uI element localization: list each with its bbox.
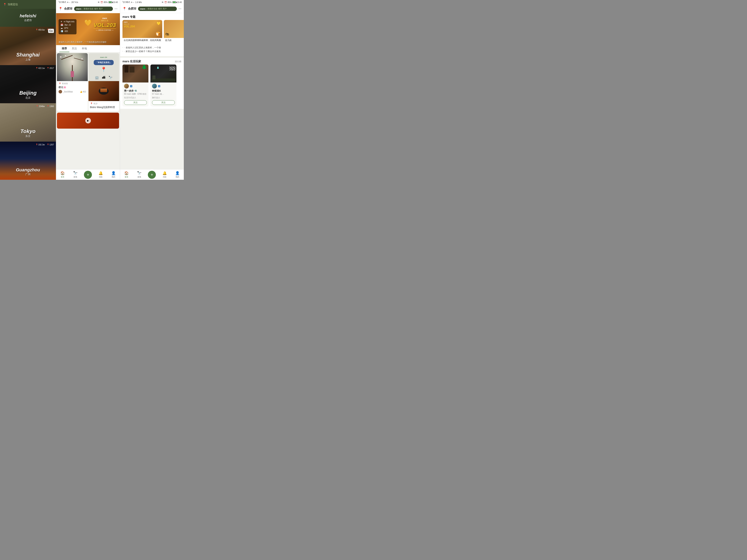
- nav-plus-wrapper-3: +: [146, 171, 158, 179]
- vol-name-2: — ORAN COFFEE —: [94, 28, 116, 31]
- battery-label-2: 85%: [104, 1, 108, 3]
- satellite-icon: 🔭: [108, 76, 112, 79]
- play-button[interactable]: ▶: [85, 118, 91, 124]
- beijing-name-en: Beijing: [19, 90, 37, 96]
- shanghai-name-zh: 上海: [16, 58, 40, 61]
- bell-icon-2: 🔔: [99, 171, 103, 175]
- follow-button-1[interactable]: 关注: [124, 100, 147, 105]
- beijing-name-zh: 北京: [19, 96, 37, 100]
- nav-profile-2[interactable]: 👤 我的: [107, 171, 120, 178]
- player-name-2: 钟笑笑K: [152, 89, 175, 93]
- bell-icon-3: 🔔: [162, 171, 167, 175]
- player-card-1[interactable]: 🌲 V 秀一赤井 🛸 60 mars 城事 · 6786 粉丝 生活方式达人 关…: [123, 64, 149, 106]
- topic-card-1[interactable]: mars 编辑之选 VOL.204 🍞 💛 台北来的甜师傅和咸师傅，在杭州凤凰: [123, 20, 162, 43]
- location-label-2: 合肥市: [64, 7, 73, 10]
- topic-img-2: 这几款 🛍: [164, 20, 184, 38]
- tab-local[interactable]: 本地: [79, 45, 89, 52]
- topic-body-1: 台北来的甜师傅和咸师傅，在杭州凤凰: [123, 38, 162, 43]
- player-avatar-1: [124, 84, 129, 88]
- nav-discover-2[interactable]: 🔭 发现: [69, 171, 82, 178]
- shanghai-name-en: Shanghai: [16, 52, 40, 58]
- tab-recommend[interactable]: 推荐: [59, 45, 69, 52]
- vol-sub-2: 编辑之选: [94, 19, 116, 22]
- follow-button-2[interactable]: 关注: [152, 100, 175, 105]
- nav-messages-2[interactable]: 🔔 消息: [94, 171, 107, 178]
- time-label-3: 10:40: [177, 1, 182, 3]
- city-shanghai[interactable]: 📍459.6w 📍2316 Co Shanghai 上海: [0, 27, 56, 65]
- feed-card-cherry[interactable]: 📍 常州市 樱花🌸 _5dc008ab 👍 463: [57, 53, 88, 111]
- ranking-button[interactable]: 排行榜: [175, 60, 181, 63]
- city-hefeishi[interactable]: hefeishi 合肥市: [0, 9, 56, 27]
- cherry-card-body: 📍 常州市 樱花🌸 _5dc008ab 👍 463: [57, 81, 88, 95]
- topic-card-2[interactable]: 这几款 🛍 这几款: [164, 20, 184, 43]
- city-beijing[interactable]: 📍422.1w 📍2017 Beijing 北京: [0, 65, 56, 103]
- header-more-3[interactable]: ···: [178, 7, 181, 11]
- cherry-title: 樱花🌸: [58, 86, 86, 89]
- guangzhou-name-zh: 广州: [16, 172, 40, 176]
- nav-messages-3[interactable]: 🔔 消息: [158, 171, 171, 178]
- topic-bullets: · 老福州人记忆里的上海新村，一个徜 · 家里总是少一把椅子？两位中古家具: [120, 45, 184, 56]
- discover-icon-3: 🔭: [137, 171, 141, 175]
- guangzhou-names: Guangzhou 广州: [16, 167, 40, 180]
- food-location: 📍 长沙: [90, 102, 118, 105]
- player-stats-1: 60 mars 城事 · 6786 粉丝: [124, 93, 147, 96]
- player-body-1: V 秀一赤井 🛸 60 mars 城事 · 6786 粉丝 生活方式达人 关注: [123, 82, 149, 106]
- status-right-2: 👁 ⏰ 85% 10:40: [98, 1, 118, 3]
- panel3-feed[interactable]: mars 专题 mars 编辑之选 VOL.204 🍞 💛 台北来的甜师傅和咸师…: [120, 13, 184, 169]
- pin-icon-bj1: 📍: [35, 67, 38, 69]
- players-scroll[interactable]: 🌲 V 秀一赤井 🛸 60 mars 城事 · 6786 粉丝 生活方式达人 关…: [120, 64, 184, 109]
- header-more-2[interactable]: ···: [114, 7, 118, 11]
- signal-icon-3: ✈→: [131, 1, 134, 3]
- map-pin-large-icon: 📍: [101, 67, 107, 72]
- panel-app-3: 飞行模式 ✈→ 1.6 M/s 👁 ⏰ 85% 10:40 📍 合肥市 mars…: [120, 0, 184, 180]
- player-card-2[interactable]: 🧴 V 钟笑笑K 57 mars 城… 旅行达人 关注: [150, 64, 176, 106]
- location-pin-icon-3: 📍: [123, 7, 126, 10]
- pin-icon-bj2: 📍: [47, 67, 49, 69]
- tab-follow[interactable]: 关注: [69, 45, 79, 52]
- home-icon-2: 🏠: [60, 171, 65, 175]
- food-mini-img: [88, 81, 119, 101]
- nav-profile-3[interactable]: 👤 我的: [171, 171, 184, 178]
- flight-temp: 19℃: [64, 27, 68, 29]
- mars-search-bar-3[interactable]: mars | 搜索好去处 城市 用户: [138, 7, 177, 11]
- nav-plus-button-2[interactable]: +: [84, 171, 92, 179]
- battery-label-3: 85%: [168, 1, 172, 3]
- feed-card-mars24[interactable]: mars 24· 「本地正在发生」 📍 🏢 🏙 🔭: [88, 53, 119, 111]
- alarm-icon-2: ⏰: [101, 1, 103, 3]
- user-icon-2: 👤: [111, 171, 116, 175]
- vol-brand-t1: mars: [124, 21, 127, 23]
- feed-scroll-2[interactable]: 📍 常州市 樱花🌸 _5dc008ab 👍 463: [56, 52, 120, 169]
- status-right-3: 👁 ⏰ 85% 10:40: [162, 1, 182, 3]
- plane-icon: ✈: [60, 20, 62, 23]
- city-tokyo[interactable]: 📍2346w 📍1360 Tokyo 东京: [0, 103, 56, 141]
- cloud-icon: ☁: [60, 27, 63, 29]
- nav-profile-label-2: 我的: [112, 176, 115, 178]
- cherry-avatar: [58, 90, 62, 94]
- guangzhou-stats: 📍192.3w 📍1267: [35, 143, 54, 146]
- tabs-bar-2: 推荐 关注 本地: [56, 45, 120, 52]
- player-stats-2: 57 mars 城…: [152, 93, 175, 96]
- calendar-icon: 📅: [60, 24, 63, 26]
- city-guangzhou[interactable]: 📍192.3w 📍1267 Guangzhou 广州: [0, 141, 56, 180]
- nav-plus-button-3[interactable]: +: [148, 171, 156, 179]
- alarm-icon-3: ⏰: [164, 1, 167, 3]
- vol-brand-2: mars: [94, 17, 116, 19]
- mars-search-bar-2[interactable]: mars | 搜索好去处 城市 用户: [74, 7, 113, 11]
- flight-date: Apr. 22: [65, 24, 71, 26]
- battery-icon-3: [173, 1, 176, 3]
- player-tag-2: 旅行达人: [152, 96, 175, 99]
- nav-discover-3[interactable]: 🔭 发现: [133, 171, 146, 178]
- battery-icon-2: [108, 1, 112, 3]
- panel-app-2: 飞行模式 ✈→ 267 K/s 👁 ⏰ 85% 10:40 📍 合肥市 mars…: [56, 0, 120, 180]
- pin-icon-tk1: 📍: [36, 105, 38, 107]
- pin-icon-sm: 📍: [35, 29, 38, 31]
- vol-num-2: VOL.203: [94, 22, 116, 28]
- tokyo-names: Tokyo 东京: [20, 128, 35, 141]
- player-avatar-row-2: V: [152, 84, 175, 88]
- nav-home-3[interactable]: 🏠 首页: [120, 171, 133, 178]
- feed-card-wide[interactable]: ▶: [57, 113, 119, 129]
- flight-mode-label-2: 飞行模式: [58, 1, 66, 4]
- topics-scroll[interactable]: mars 编辑之选 VOL.204 🍞 💛 台北来的甜师傅和咸师傅，在杭州凤凰: [120, 20, 184, 45]
- nav-home-label-2: 首页: [61, 176, 64, 178]
- nav-home-2[interactable]: 🏠 首页: [56, 171, 69, 178]
